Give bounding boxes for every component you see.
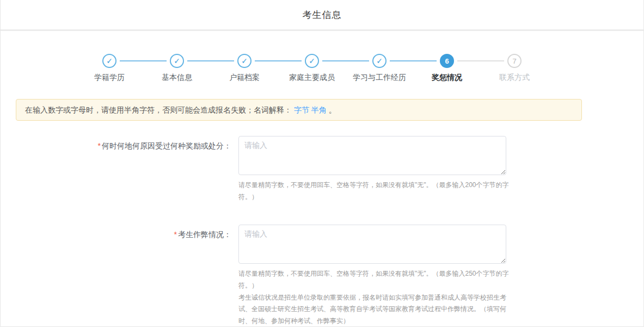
field-row-cheating-record: *考生作弊情况： 请尽量精简字数，不要使用回车、空格等字符，如果没有就填"无"。… [1,225,643,327]
field-helper-text: 请尽量精简字数，不要使用回车、空格等字符，如果没有就填"无"。（最多输入200个… [238,179,519,203]
cheating-record-textarea[interactable] [238,225,506,264]
step-label: 联系方式 [499,73,530,83]
check-icon: ✓ [102,54,116,68]
check-icon: ✓ [305,54,319,68]
candidate-info-page: 考生信息 ✓ 学籍学历 ✓ 基本信息 ✓ 户籍档案 ✓ 家庭主要成员 ✓ 学习与… [0,0,644,327]
field-row-rewards-punishments: *何时何地何原因受过何种奖励或处分： 请尽量精简字数，不要使用回车、空格等字符，… [1,136,643,203]
step-1-academic-record[interactable]: ✓ 学籍学历 [76,54,143,83]
page-title: 考生信息 [303,9,342,21]
rewards-punishments-form: *何时何地何原因受过何种奖励或处分： 请尽量精简字数，不要使用回车、空格等字符，… [1,136,643,329]
required-asterisk: * [174,230,177,239]
header-divider [1,29,643,31]
field-control: 请尽量精简字数，不要使用回车、空格等字符，如果没有就填"无"。（最多输入250个… [238,225,519,327]
step-label: 奖惩情况 [432,73,462,83]
step-label: 基本信息 [162,73,192,83]
step-3-household-registration[interactable]: ✓ 户籍档案 [211,54,278,83]
required-asterisk: * [98,141,101,150]
link-byte-glossary[interactable]: 字节 [294,105,309,114]
field-label: *考生作弊情况： [1,225,231,327]
step-7-contact-info[interactable]: 7 联系方式 [481,54,548,83]
field-helper-text: 请尽量精简字数，不要使用回车、空格等字符，如果没有就填"无"。（最多输入250个… [238,268,519,327]
field-label: *何时何地何原因受过何种奖励或处分： [1,136,231,203]
field-control: 请尽量精简字数，不要使用回车、空格等字符，如果没有就填"无"。（最多输入200个… [238,136,519,203]
halfwidth-notice-banner: 在输入数字或字母时，请使用半角字符，否则可能会造成报名失败；名词解释： 字节 半… [16,99,582,121]
check-icon: ✓ [170,54,184,68]
step-label: 学籍学历 [94,73,125,83]
step-number: 7 [507,54,522,68]
wizard-stepper: ✓ 学籍学历 ✓ 基本信息 ✓ 户籍档案 ✓ 家庭主要成员 ✓ 学习与工作经历 … [1,54,623,83]
rewards-punishments-textarea[interactable] [238,136,506,175]
step-2-basic-info[interactable]: ✓ 基本信息 [143,54,211,83]
notice-text-end: 。 [329,105,336,114]
step-6-rewards-punishments-current[interactable]: 6 奖惩情况 [413,54,481,83]
page-header: 考生信息 [1,0,643,29]
step-label: 家庭主要成员 [289,73,335,83]
notice-text: 在输入数字或字母时，请使用半角字符，否则可能会造成报名失败；名词解释： [25,105,292,114]
step-label: 学习与工作经历 [353,73,406,83]
step-number: 6 [440,54,454,68]
check-icon: ✓ [237,54,252,68]
step-5-study-work-experience[interactable]: ✓ 学习与工作经历 [346,54,413,83]
link-halfwidth-glossary[interactable]: 半角 [311,105,327,114]
check-icon: ✓ [372,54,387,68]
step-4-family-members[interactable]: ✓ 家庭主要成员 [278,54,346,83]
step-label: 户籍档案 [229,73,260,83]
